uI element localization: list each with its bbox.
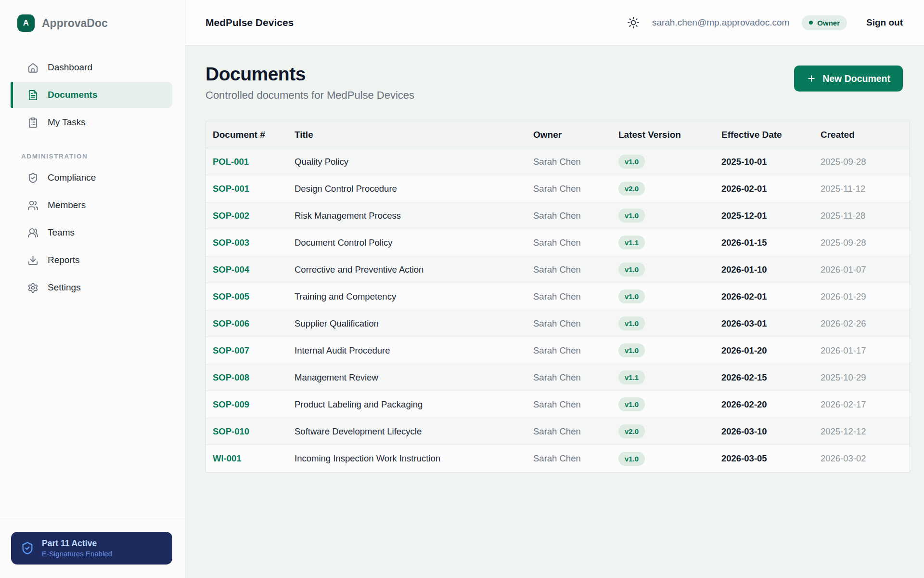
document-number-link[interactable]: SOP-007 xyxy=(206,345,295,356)
document-number-link[interactable]: SOP-003 xyxy=(206,237,295,248)
created-date: 2025-09-28 xyxy=(821,157,904,167)
sidebar-item-settings[interactable]: Settings xyxy=(11,275,172,301)
column-header-latest-version: Latest Version xyxy=(618,130,721,140)
document-title: Corrective and Preventive Action xyxy=(295,264,533,275)
effective-date: 2026-03-01 xyxy=(721,318,821,329)
version-badge: v1.0 xyxy=(618,155,645,169)
version-badge: v1.0 xyxy=(618,397,645,411)
document-title: Internal Audit Procedure xyxy=(295,345,533,356)
sidebar-item-documents[interactable]: Documents xyxy=(11,82,172,108)
app-window: A ApprovaDoc Dashboard Documents My xyxy=(0,0,924,578)
document-number-link[interactable]: WI-001 xyxy=(206,453,295,464)
sidebar-item-label: Settings xyxy=(48,282,81,293)
column-header-created: Created xyxy=(821,130,904,140)
effective-date: 2026-02-15 xyxy=(721,372,821,383)
part11-subtitle: E-Signatures Enabled xyxy=(42,549,112,559)
document-number-link[interactable]: SOP-006 xyxy=(206,318,295,329)
document-owner: Sarah Chen xyxy=(533,184,618,194)
sidebar-item-label: Compliance xyxy=(48,172,96,183)
document-owner: Sarah Chen xyxy=(533,264,618,275)
sidebar-item-teams[interactable]: Teams xyxy=(11,220,172,246)
table-row[interactable]: SOP-005 Training and Competency Sarah Ch… xyxy=(206,283,910,310)
new-document-label: New Document xyxy=(822,73,890,84)
document-owner: Sarah Chen xyxy=(533,210,618,221)
topbar: MedPulse Devices sarah.chen@mp.approvado… xyxy=(185,0,924,46)
created-date: 2026-03-02 xyxy=(821,453,904,464)
effective-date: 2026-01-10 xyxy=(721,264,821,275)
created-date: 2026-02-17 xyxy=(821,399,904,410)
sidebar-item-dashboard[interactable]: Dashboard xyxy=(11,54,172,80)
document-number-link[interactable]: SOP-002 xyxy=(206,210,295,221)
table-row[interactable]: SOP-006 Supplier Qualification Sarah Che… xyxy=(206,310,910,337)
sidebar-item-members[interactable]: Members xyxy=(11,192,172,218)
document-title: Management Review xyxy=(295,372,533,383)
document-number-link[interactable]: SOP-005 xyxy=(206,291,295,302)
table-row[interactable]: SOP-008 Management Review Sarah Chen v1.… xyxy=(206,364,910,391)
sidebar-footer: Part 11 Active E-Signatures Enabled xyxy=(0,520,185,578)
version-badge: v1.0 xyxy=(618,316,645,330)
document-number-link[interactable]: SOP-009 xyxy=(206,399,295,410)
org-name: MedPulse Devices xyxy=(205,17,294,28)
document-number-link[interactable]: SOP-010 xyxy=(206,426,295,437)
created-date: 2026-01-17 xyxy=(821,345,904,356)
column-header-title: Title xyxy=(295,130,533,140)
created-date: 2025-11-12 xyxy=(821,184,904,194)
created-date: 2025-12-12 xyxy=(821,426,904,437)
table-row[interactable]: SOP-002 Risk Management Process Sarah Ch… xyxy=(206,202,910,229)
created-date: 2025-11-28 xyxy=(821,210,904,221)
table-row[interactable]: WI-001 Incoming Inspection Work Instruct… xyxy=(206,445,910,472)
gear-icon xyxy=(27,282,38,293)
sidebar-nav: Dashboard Documents My Tasks ADMINISTRAT… xyxy=(0,44,185,302)
document-owner: Sarah Chen xyxy=(533,372,618,383)
version-badge: v1.0 xyxy=(618,452,645,466)
sidebar-item-compliance[interactable]: Compliance xyxy=(11,165,172,191)
created-date: 2026-02-26 xyxy=(821,318,904,329)
clipboard-icon xyxy=(27,117,38,128)
document-owner: Sarah Chen xyxy=(533,453,618,464)
document-owner: Sarah Chen xyxy=(533,291,618,302)
table-row[interactable]: SOP-007 Internal Audit Procedure Sarah C… xyxy=(206,337,910,364)
document-title: Risk Management Process xyxy=(295,210,533,221)
table-row[interactable]: SOP-001 Design Control Procedure Sarah C… xyxy=(206,175,910,202)
sidebar-item-label: Members xyxy=(48,200,86,210)
document-title: Supplier Qualification xyxy=(295,318,533,329)
home-icon xyxy=(27,62,38,73)
version-badge: v1.0 xyxy=(618,209,645,223)
version-badge: v1.1 xyxy=(618,370,645,384)
table-row[interactable]: POL-001 Quality Policy Sarah Chen v1.0 2… xyxy=(206,148,910,175)
version-badge: v1.0 xyxy=(618,263,645,276)
document-number-link[interactable]: SOP-001 xyxy=(206,184,295,194)
brand-logo: A ApprovaDoc xyxy=(0,0,185,44)
table-row[interactable]: SOP-003 Document Control Policy Sarah Ch… xyxy=(206,229,910,256)
file-text-icon xyxy=(27,90,38,101)
document-title: Document Control Policy xyxy=(295,237,533,248)
role-badge-label: Owner xyxy=(817,19,840,27)
table-row[interactable]: SOP-010 Software Development Lifecycle S… xyxy=(206,418,910,445)
document-number-link[interactable]: POL-001 xyxy=(206,157,295,167)
effective-date: 2026-02-01 xyxy=(721,184,821,194)
page-content: Documents Controlled documents for MedPu… xyxy=(185,46,924,578)
document-title: Incoming Inspection Work Instruction xyxy=(295,453,533,464)
role-dot-icon xyxy=(809,21,813,25)
document-title: Product Labeling and Packaging xyxy=(295,399,533,410)
column-header-owner: Owner xyxy=(533,130,618,140)
document-owner: Sarah Chen xyxy=(533,399,618,410)
version-badge: v1.0 xyxy=(618,289,645,303)
table-row[interactable]: SOP-004 Corrective and Preventive Action… xyxy=(206,256,910,283)
theme-toggle-sun-icon[interactable] xyxy=(627,16,640,29)
document-number-link[interactable]: SOP-004 xyxy=(206,264,295,275)
column-header-document-number: Document # xyxy=(206,130,295,140)
document-title: Software Development Lifecycle xyxy=(295,426,533,437)
document-number-link[interactable]: SOP-008 xyxy=(206,372,295,383)
created-date: 2026-01-07 xyxy=(821,264,904,275)
effective-date: 2026-02-20 xyxy=(721,399,821,410)
table-row[interactable]: SOP-009 Product Labeling and Packaging S… xyxy=(206,391,910,418)
documents-table: Document # Title Owner Latest Version Ef… xyxy=(205,121,910,473)
sidebar-item-my-tasks[interactable]: My Tasks xyxy=(11,109,172,135)
sign-out-button[interactable]: Sign out xyxy=(866,17,903,28)
effective-date: 2025-12-01 xyxy=(721,210,821,221)
effective-date: 2026-01-15 xyxy=(721,237,821,248)
sidebar-item-reports[interactable]: Reports xyxy=(11,247,172,273)
new-document-button[interactable]: New Document xyxy=(794,66,903,92)
sidebar-item-label: Dashboard xyxy=(48,62,92,73)
